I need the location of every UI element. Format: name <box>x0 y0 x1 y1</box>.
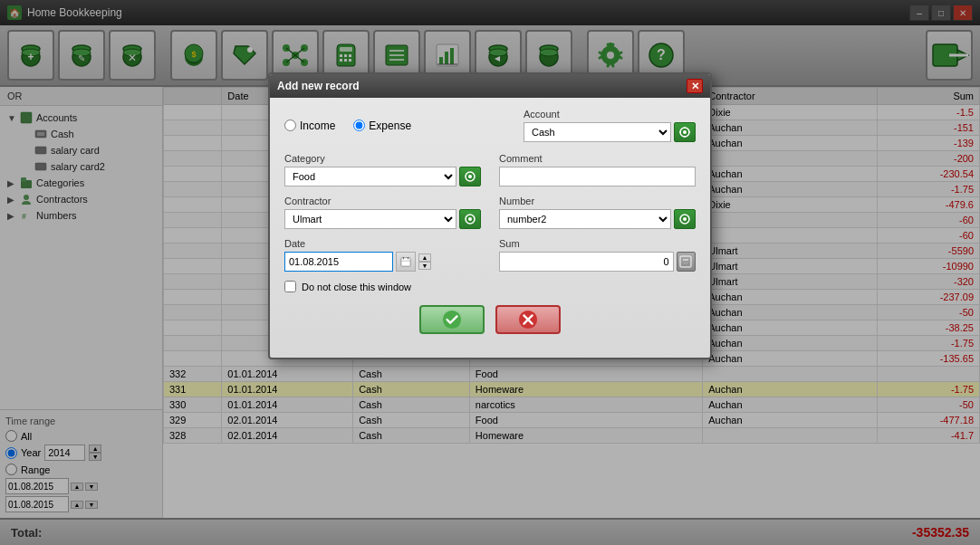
number-label: Number <box>499 196 696 206</box>
category-label: Category <box>284 153 481 164</box>
expense-radio[interactable] <box>353 120 365 131</box>
date-down-button[interactable]: ▼ <box>418 262 431 270</box>
add-record-dialog: Add new record ✕ Income Expense Account <box>268 72 712 359</box>
dialog-body: Income Expense Account Cash salary card … <box>270 98 710 358</box>
dialog-close-button[interactable]: ✕ <box>687 79 703 93</box>
ok-button[interactable] <box>419 305 485 334</box>
category-settings-button[interactable] <box>459 167 481 186</box>
account-input-row: Cash salary card salary card2 <box>524 122 696 142</box>
svg-point-83 <box>443 311 461 329</box>
date-picker-button[interactable] <box>396 252 416 272</box>
dialog-footer <box>284 305 696 347</box>
svg-point-71 <box>468 175 472 178</box>
date-input[interactable] <box>284 252 393 272</box>
sum-label: Sum <box>499 238 696 249</box>
date-sum-row: Date ▲ ▼ Sum <box>284 238 696 272</box>
number-input-row: number2 number1 <box>499 209 696 229</box>
contractor-settings-button[interactable] <box>459 209 481 229</box>
sum-input-row: ··· <box>499 252 696 272</box>
account-select[interactable]: Cash salary card salary card2 <box>524 122 671 142</box>
dialog-titlebar: Add new record ✕ <box>270 74 710 98</box>
expense-label: Expense <box>369 120 411 132</box>
date-up-button[interactable]: ▲ <box>418 253 431 262</box>
svg-point-73 <box>468 217 472 221</box>
cancel-button[interactable] <box>495 305 561 334</box>
comment-section: Comment <box>499 153 696 186</box>
date-section: Date ▲ ▼ <box>284 238 481 272</box>
svg-rect-76 <box>401 258 410 266</box>
dialog-title: Add new record <box>277 80 360 92</box>
category-section: Category Food Homeware narcotics <box>284 153 481 186</box>
comment-input[interactable] <box>499 167 696 186</box>
comment-label: Comment <box>499 153 696 164</box>
do-not-close-checkbox[interactable] <box>284 281 296 292</box>
modal-overlay: Add new record ✕ Income Expense Account <box>0 0 980 545</box>
account-section: Account Cash salary card salary card2 <box>524 109 696 142</box>
income-radio[interactable] <box>284 120 296 131</box>
account-settings-button[interactable] <box>674 122 696 142</box>
svg-point-75 <box>683 217 687 221</box>
category-input-row: Food Homeware narcotics <box>284 167 481 186</box>
number-settings-button[interactable] <box>674 209 696 229</box>
contractor-section: Contractor Ulmart Auchan Dixie <box>284 196 481 229</box>
contractor-label: Contractor <box>284 196 481 206</box>
income-radio-container: Income <box>284 120 335 132</box>
number-section: Number number2 number1 <box>499 196 696 229</box>
number-select[interactable]: number2 number1 <box>499 209 671 229</box>
date-spinner: ▲ ▼ <box>418 253 431 270</box>
do-not-close-row: Do not close this window <box>284 281 696 292</box>
sum-input[interactable] <box>499 252 674 272</box>
ok-icon <box>442 310 462 330</box>
svg-point-65 <box>683 130 687 134</box>
type-radio-row: Income Expense Account Cash salary card … <box>284 109 696 142</box>
contractor-number-row: Contractor Ulmart Auchan Dixie N <box>284 196 696 229</box>
contractor-input-row: Ulmart Auchan Dixie <box>284 209 481 229</box>
do-not-close-label: Do not close this window <box>302 282 411 292</box>
category-select[interactable]: Food Homeware narcotics <box>284 167 456 186</box>
date-label: Date <box>284 238 481 249</box>
cancel-icon <box>518 310 538 330</box>
income-label: Income <box>300 120 335 132</box>
category-comment-row: Category Food Homeware narcotics <box>284 153 696 186</box>
sum-section: Sum ··· <box>499 238 696 272</box>
sum-calculator-button[interactable]: ··· <box>677 252 696 272</box>
contractor-select[interactable]: Ulmart Auchan Dixie <box>284 209 456 229</box>
account-label: Account <box>524 109 696 120</box>
svg-text:···: ··· <box>684 260 687 265</box>
date-input-row: ▲ ▼ <box>284 252 481 272</box>
expense-radio-container: Expense <box>353 120 411 132</box>
